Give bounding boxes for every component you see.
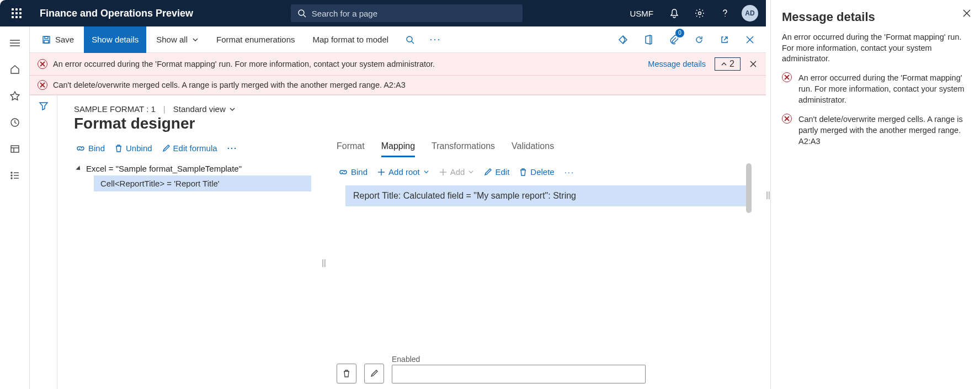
app-launcher-button[interactable]	[0, 0, 33, 26]
unbind-label: Unbind	[126, 143, 152, 153]
error-icon	[782, 72, 792, 82]
enabled-label: Enabled	[392, 355, 646, 364]
tab-validations[interactable]: Validations	[512, 141, 554, 157]
global-header: Finance and Operations Preview Search fo…	[0, 0, 766, 26]
rail-favorites[interactable]	[3, 84, 27, 108]
pencil-icon	[370, 370, 378, 377]
user-avatar[interactable]: AD	[742, 5, 758, 22]
edit-button[interactable]: Edit	[484, 167, 509, 177]
help-button[interactable]	[713, 0, 737, 26]
search-icon	[297, 9, 306, 18]
svg-point-13	[11, 178, 12, 179]
rail-home[interactable]	[3, 57, 27, 82]
scrollbar[interactable]	[746, 163, 752, 213]
more-left-toolbar[interactable]: ···	[227, 143, 238, 153]
notifications-button[interactable]	[662, 0, 686, 26]
waffle-icon	[12, 8, 22, 18]
tab-mapping[interactable]: Mapping	[381, 141, 415, 157]
chevron-up-icon	[721, 61, 727, 67]
message-details-link[interactable]: Message details	[648, 60, 706, 68]
show-all-label: Show all	[156, 35, 188, 44]
add-root-button[interactable]: Add root	[377, 167, 429, 177]
edit-formula-square-button[interactable]	[364, 364, 384, 383]
trash-icon	[519, 168, 527, 177]
home-icon	[10, 65, 20, 74]
mapping-bind-label: Bind	[351, 167, 368, 177]
map-format-label: Map format to model	[313, 35, 389, 44]
attachments-button[interactable]: 0	[662, 26, 685, 53]
error-icon	[782, 114, 792, 124]
add-button: Add	[439, 167, 475, 177]
show-details-button[interactable]: Show details	[84, 26, 146, 53]
attachment-count: 0	[675, 29, 684, 38]
bind-label: Bind	[88, 143, 105, 153]
star-icon	[10, 91, 20, 101]
mapping-panel: Format Mapping Transformations Validatio…	[337, 141, 752, 383]
popout-button[interactable]	[713, 26, 736, 53]
tree-child-node[interactable]: Cell<ReportTitle> = 'Report Title'	[94, 175, 311, 191]
save-label: Save	[55, 35, 74, 44]
add-root-label: Add root	[388, 167, 420, 177]
settings-button[interactable]	[688, 0, 712, 26]
rail-modules[interactable]	[3, 163, 27, 188]
bind-button[interactable]: Bind	[76, 143, 105, 153]
edit-formula-button[interactable]: Edit formula	[162, 143, 217, 153]
svg-point-0	[299, 10, 304, 15]
help-icon	[720, 8, 730, 18]
mapping-bind-button[interactable]: Bind	[339, 167, 368, 177]
tab-transformations[interactable]: Transformations	[432, 141, 495, 157]
close-page-button[interactable]	[738, 26, 761, 53]
edit-formula-label: Edit formula	[173, 143, 217, 153]
close-icon	[962, 9, 971, 18]
link-icon	[339, 168, 348, 176]
enabled-input[interactable]	[392, 365, 646, 383]
svg-point-12	[11, 175, 12, 176]
unbind-button[interactable]: Unbind	[115, 143, 152, 153]
trash-icon	[343, 369, 350, 378]
mapping-item[interactable]: Report Title: Calculated field = "My sam…	[345, 185, 752, 206]
tab-format[interactable]: Format	[337, 141, 365, 157]
show-all-button[interactable]: Show all	[148, 26, 206, 53]
breadcrumb: SAMPLE FORMAT : 1	[74, 104, 156, 114]
view-selector[interactable]: Standard view	[173, 104, 236, 114]
command-bar: Save Show details Show all Format enumer…	[30, 26, 766, 53]
delete-button[interactable]: Delete	[519, 167, 554, 177]
message-count: 2	[729, 59, 734, 69]
filter-button[interactable]	[39, 101, 49, 389]
detail-item-2: Can't delete/overwrite merged cells. A r…	[798, 114, 970, 147]
save-button[interactable]: Save	[34, 26, 82, 53]
find-button[interactable]	[398, 26, 422, 53]
svg-point-11	[11, 172, 12, 173]
office-button[interactable]	[637, 26, 660, 53]
error-icon	[38, 80, 47, 90]
detail-item-1: An error occurred during the 'Format map…	[798, 72, 970, 106]
left-rail	[0, 26, 30, 389]
gear-icon	[695, 8, 705, 18]
svg-line-1	[303, 15, 306, 17]
rail-workspaces[interactable]	[3, 137, 27, 161]
refresh-button[interactable]	[688, 26, 711, 53]
map-format-button[interactable]: Map format to model	[305, 26, 397, 53]
link-icon	[76, 145, 85, 152]
details-splitter[interactable]: ||	[766, 0, 770, 389]
svg-point-3	[725, 16, 726, 17]
panel-splitter[interactable]: ||	[322, 141, 326, 383]
workspace-icon	[10, 144, 20, 154]
plus-icon	[377, 168, 385, 176]
more-right-toolbar[interactable]: ···	[564, 167, 575, 177]
more-commands[interactable]: ···	[424, 26, 447, 53]
dismiss-messages[interactable]	[748, 59, 758, 69]
options-button[interactable]	[611, 26, 635, 53]
delete-formula-button[interactable]	[337, 364, 356, 383]
global-search[interactable]: Search for a page	[291, 4, 523, 22]
format-enumerations-button[interactable]: Format enumerations	[209, 26, 303, 53]
rail-recent[interactable]	[3, 110, 27, 135]
message-details-pane: Message details An error occurred during…	[770, 0, 980, 389]
message-count-toggle[interactable]: 2	[715, 57, 741, 71]
breadcrumb-separator: |	[163, 104, 166, 114]
trash-icon	[115, 144, 122, 153]
rail-hamburger[interactable]	[3, 31, 27, 55]
tree-root-node[interactable]: Excel = "Sample format_SampleTemplate"	[74, 162, 311, 175]
company-picker[interactable]: USMF	[622, 9, 662, 18]
close-details-button[interactable]	[961, 8, 972, 19]
